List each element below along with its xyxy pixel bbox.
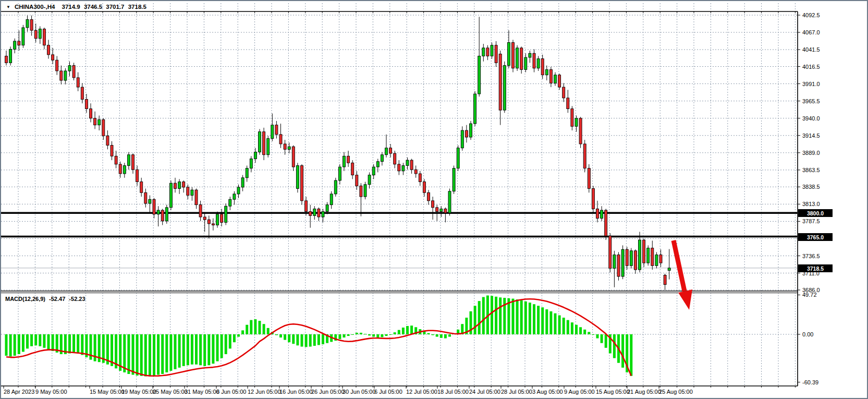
macd-histogram-bar	[372, 334, 375, 337]
candle	[529, 51, 531, 63]
macd-histogram-bar	[474, 306, 476, 334]
time-axis-label: 12 Jul 05:00	[406, 389, 437, 395]
macd-histogram-bar	[81, 334, 83, 355]
macd-histogram-bar	[512, 299, 515, 334]
candle	[85, 94, 88, 113]
candle	[410, 159, 413, 174]
candle	[626, 247, 628, 270]
candle	[461, 126, 463, 151]
candle	[81, 83, 83, 103]
candle	[334, 178, 337, 197]
candle	[668, 249, 670, 280]
macd-tick-label: 0.00	[802, 331, 813, 337]
macd-histogram-bar	[140, 334, 143, 376]
candle	[199, 201, 202, 221]
macd-histogram-bar	[630, 334, 632, 376]
macd-histogram-bar	[549, 311, 552, 334]
candle	[225, 203, 227, 225]
macd-histogram-bar	[495, 297, 497, 334]
candle	[583, 140, 586, 172]
macd-histogram-bar	[436, 334, 438, 337]
candle	[444, 208, 447, 223]
macd-histogram-bar	[229, 334, 231, 348]
time-axis-label: 6 Jun 05:00	[216, 389, 247, 395]
price-tick-label: 3838.5	[802, 184, 820, 190]
macd-histogram-bar	[364, 334, 366, 334]
macd-histogram-bar	[533, 304, 535, 334]
price-tick-label: 3787.5	[802, 218, 820, 224]
candle	[368, 172, 371, 188]
time-axis-label: 15 May 05:00	[90, 389, 125, 395]
candle	[486, 45, 489, 61]
candle	[414, 165, 417, 177]
candle	[402, 163, 405, 175]
candle	[115, 151, 117, 168]
candle	[520, 46, 523, 74]
macd-histogram-bar	[292, 334, 295, 344]
candle	[90, 103, 92, 122]
candle	[98, 116, 101, 131]
time-axis-label: 9 May 05:00	[35, 389, 67, 395]
time-axis-label: 28 Apr 2023	[4, 389, 34, 395]
macd-histogram-bar	[322, 334, 324, 344]
price-tick-label: 3914.5	[802, 132, 820, 139]
candle	[94, 112, 96, 129]
candle	[503, 62, 506, 113]
macd-histogram-bar	[588, 332, 590, 334]
macd-histogram-bar	[199, 334, 202, 365]
candle	[634, 249, 637, 274]
candle	[474, 91, 476, 126]
macd-histogram-bar	[317, 334, 320, 345]
candle	[169, 180, 172, 210]
symbol-marker-icon[interactable]: ▼	[6, 5, 10, 9]
macd-histogram-bar	[241, 330, 244, 334]
candle	[111, 141, 113, 160]
candle	[588, 164, 590, 192]
candle	[30, 16, 33, 36]
down-arrow-annotation[interactable]	[674, 240, 692, 310]
candle	[360, 183, 362, 216]
candle	[457, 146, 459, 171]
macd-histogram-bar	[347, 334, 350, 336]
macd-tick-label: -60.39	[802, 379, 818, 385]
candle	[165, 205, 168, 224]
candle	[47, 40, 50, 58]
candle	[195, 189, 198, 209]
time-axis-label: 18 Jul 05:00	[437, 389, 469, 395]
candle	[376, 159, 379, 172]
macd-histogram-bar	[440, 334, 443, 338]
macd-histogram-bar	[39, 334, 41, 346]
candle	[296, 163, 299, 192]
candle	[432, 197, 434, 220]
macd-histogram-bar	[288, 334, 290, 342]
macd-histogram-bar	[174, 334, 177, 369]
candle	[149, 195, 151, 213]
candle	[60, 66, 63, 84]
macd-histogram-bar	[563, 318, 565, 334]
candle	[207, 215, 210, 238]
candle	[279, 124, 282, 148]
time-axis-label: 19 May 05:00	[121, 389, 156, 395]
time-axis-label: 9 Aug 05:00	[564, 389, 595, 395]
time-axis-label: 15 Aug 05:00	[596, 389, 630, 395]
price-chart-canvas[interactable]: 4092.54067.04041.54016.53991.03965.53940…	[1, 1, 867, 398]
macd-histogram-bar	[613, 334, 616, 358]
macd-histogram-bar	[389, 334, 392, 335]
macd-histogram-bar	[301, 334, 303, 347]
candle	[563, 83, 565, 102]
candle	[381, 152, 383, 166]
candle	[630, 248, 632, 269]
macd-histogram-bar	[296, 334, 299, 345]
chart-window[interactable]: 4092.54067.04041.54016.53991.03965.53940…	[0, 0, 868, 399]
candle	[617, 252, 620, 280]
candle	[317, 208, 320, 221]
candle	[448, 189, 451, 216]
macd-histogram-bar	[216, 334, 219, 361]
macd-histogram-bar	[567, 320, 569, 334]
macd-histogram-bar	[30, 334, 33, 346]
macd-histogram-bar	[579, 327, 582, 334]
price-tick-label: 4016.5	[802, 64, 820, 70]
macd-histogram-bar	[187, 334, 189, 365]
candle	[507, 30, 510, 68]
macd-histogram-bar	[161, 334, 164, 374]
